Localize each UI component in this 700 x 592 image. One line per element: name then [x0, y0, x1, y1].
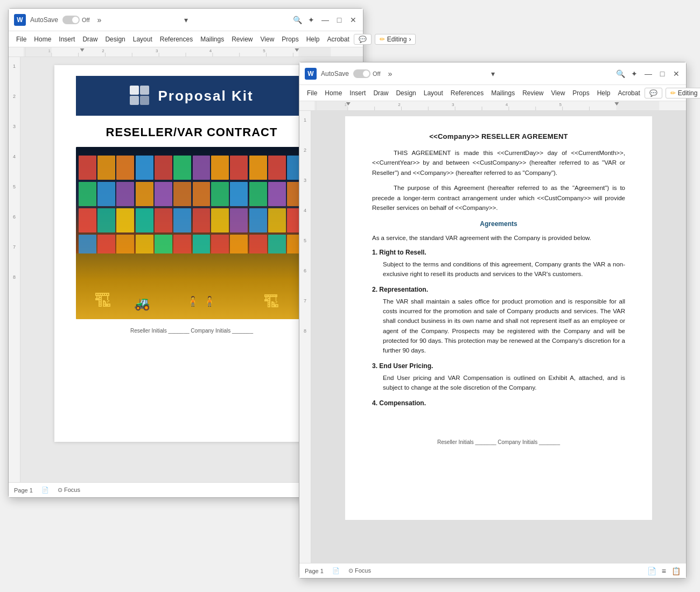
svg-text:4: 4 [506, 102, 508, 107]
comment-btn-front[interactable]: 💬 [645, 88, 662, 98]
agreement-title: <<Company>> RESELLER AGREEMENT [372, 132, 625, 140]
title-bar-right-front: 🔍 ✦ — □ ✕ [555, 69, 681, 78]
word-window-front: W AutoSave Off » ▾ 🔍 ✦ — □ ✕ File Home I… [299, 62, 687, 579]
status-bar-front: Page 1 📄 ⊙ Focus 📄 ≡ 📋 [299, 563, 686, 578]
menu-review-back[interactable]: Review [228, 34, 256, 45]
word-logo-back: W [14, 14, 26, 26]
menu-insert-front[interactable]: Insert [346, 88, 369, 98]
focus-icon-front: ⊙ [348, 567, 353, 574]
designer-icon-front[interactable]: ✦ [630, 69, 639, 78]
menu-props-back[interactable]: Props [278, 34, 302, 45]
menu-file-front[interactable]: File [304, 88, 320, 98]
doc-with-ruler-front: 1 2 3 4 5 6 7 8 <<Company>> RESELLER AGR… [299, 111, 686, 563]
maximize-btn-front[interactable]: □ [658, 69, 667, 78]
svg-rect-17 [24, 47, 52, 57]
menu-help-front[interactable]: Help [594, 88, 614, 98]
menu-view-back[interactable]: View [257, 34, 278, 45]
minimize-btn-front[interactable]: — [644, 69, 653, 78]
ruler-top-back: 1 2 3 4 5 [9, 47, 363, 57]
editing-btn-front[interactable]: ✏ Editing › [666, 88, 700, 98]
menu-design-back[interactable]: Design [102, 34, 128, 45]
menu-acrobat-front[interactable]: Acrobat [614, 88, 643, 98]
doc-page-front: <<Company>> RESELLER AGREEMENT THIS AGRE… [345, 116, 652, 520]
page-label-front: Page 1 [305, 568, 324, 574]
svg-text:4: 4 [209, 48, 212, 53]
menu-draw-back[interactable]: Draw [79, 34, 101, 45]
menu-home-front[interactable]: Home [321, 88, 345, 98]
svg-text:5: 5 [559, 102, 562, 107]
svg-text:2: 2 [102, 48, 104, 53]
pencil-icon-back: ✏ [380, 36, 385, 43]
menu-bar-front: File Home Insert Draw Design Layout Refe… [299, 85, 686, 101]
pencil-icon-front: ✏ [670, 89, 676, 97]
toggle-track-back[interactable] [62, 16, 80, 24]
page-label-back: Page 1 [14, 487, 33, 494]
designer-icon-back[interactable]: ✦ [307, 16, 316, 24]
editing-label-front: Editing [678, 89, 698, 97]
search-btn-front[interactable]: 🔍 [616, 69, 625, 78]
title-bar-back: W AutoSave Off » ▾ 🔍 ✦ — □ ✕ [9, 9, 363, 31]
warehouse-image: 🏗 🚜 🏗 🧍 🧍 [76, 147, 307, 319]
section-1-body: Subject to the terms and conditions of t… [372, 259, 625, 279]
toggle-track-front[interactable] [353, 69, 370, 78]
comment-btn-back[interactable]: 💬 [354, 34, 372, 45]
menu-home-back[interactable]: Home [31, 34, 54, 45]
title-bar-right-back: 🔍 ✦ — □ ✕ [243, 16, 358, 24]
menu-view-front[interactable]: View [548, 88, 569, 98]
side-ruler-front: 1 2 3 4 5 6 7 8 [299, 111, 311, 563]
close-btn-back[interactable]: ✕ [349, 16, 358, 24]
close-btn-front[interactable]: ✕ [672, 69, 681, 78]
menu-mailings-front[interactable]: Mailings [488, 88, 518, 98]
initials-line-back: Reseller Initials _______ Company Initia… [76, 328, 307, 334]
search-icon-front[interactable]: ▾ [491, 69, 495, 78]
search-btn-back[interactable]: 🔍 [293, 16, 302, 24]
svg-rect-39 [616, 101, 659, 111]
chevron-more-front[interactable]: » [388, 69, 393, 78]
editing-label-back: Editing [387, 36, 407, 43]
view-btn-print-front[interactable]: 📄 [647, 567, 656, 575]
svg-text:2: 2 [398, 102, 401, 107]
section-2: 2. Representation. The VAR shall maintai… [372, 286, 625, 356]
editing-btn-back[interactable]: ✏ Editing › [375, 34, 416, 45]
initials-line-front: Reseller Initials _______ Company Initia… [372, 439, 625, 445]
svg-rect-38 [314, 101, 348, 111]
menu-mailings-back[interactable]: Mailings [197, 34, 227, 45]
section-1-title: 1. Right to Resell. [372, 249, 625, 256]
section-intro: As a service, the standard VAR agreement… [372, 233, 625, 243]
menu-insert-back[interactable]: Insert [55, 34, 78, 45]
autosave-toggle-front[interactable]: Off [353, 69, 380, 78]
word-count-icon-front[interactable]: 📄 [332, 567, 340, 574]
menu-references-back[interactable]: References [157, 34, 196, 45]
forklift-1: 🏗 [94, 291, 111, 311]
toggle-thumb-front [363, 71, 369, 77]
view-btn-read-front[interactable]: 📋 [671, 567, 681, 575]
ruler-top-front: 1 2 3 4 5 [299, 101, 686, 111]
menu-right-front: 💬 ✏ Editing › [645, 88, 700, 98]
menu-acrobat-back[interactable]: Acrobat [324, 34, 352, 45]
menu-design-front[interactable]: Design [393, 88, 419, 98]
warehouse-floor: 🏗 🚜 🏗 🧍 🧍 [76, 253, 307, 319]
cover-title: Proposal Kit [158, 88, 253, 104]
agreement-body: THIS AGREEMENT is made this <<CurrentDay… [372, 148, 625, 213]
minimize-btn-back[interactable]: — [321, 16, 330, 24]
comment-icon-front: 💬 [649, 89, 657, 97]
menu-layout-back[interactable]: Layout [130, 34, 156, 45]
menu-layout-front[interactable]: Layout [421, 88, 446, 98]
word-count-icon-back[interactable]: 📄 [41, 487, 49, 494]
menu-review-front[interactable]: Review [519, 88, 547, 98]
menu-file-back[interactable]: File [13, 34, 30, 45]
autosave-toggle-back[interactable]: Off [62, 16, 89, 24]
menu-props-front[interactable]: Props [569, 88, 592, 98]
maximize-btn-back[interactable]: □ [335, 16, 344, 24]
toggle-thumb-back [72, 17, 79, 23]
chevron-more-back[interactable]: » [97, 16, 102, 24]
title-bar-center-back: ▾ [129, 16, 243, 24]
menu-help-back[interactable]: Help [303, 34, 323, 45]
view-btn-web-front[interactable]: ≡ [662, 567, 666, 575]
proposal-kit-logo [130, 86, 150, 106]
menu-references-front[interactable]: References [447, 88, 487, 98]
search-icon-back[interactable]: ▾ [184, 16, 188, 24]
focus-btn-back[interactable]: ⊙ Focus [58, 487, 80, 494]
focus-btn-front[interactable]: ⊙ Focus [348, 567, 371, 574]
menu-draw-front[interactable]: Draw [370, 88, 391, 98]
